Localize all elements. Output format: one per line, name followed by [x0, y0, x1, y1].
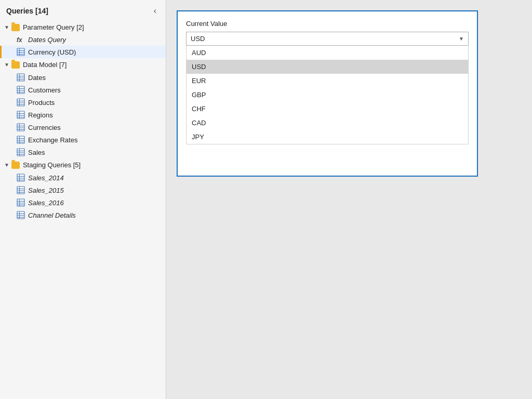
item-label: Customers [28, 86, 61, 94]
sidebar-item-2-0[interactable]: Sales_2014 [0, 171, 166, 184]
sidebar-item-0-1[interactable]: Currency (USD) [0, 46, 166, 58]
item-label: Sales_2015 [28, 187, 64, 194]
sidebar-item-1-2[interactable]: Products [0, 96, 166, 109]
item-label: Currencies [28, 124, 61, 131]
dropdown-option-1[interactable]: USD [187, 60, 468, 74]
sidebar-item-1-0[interactable]: Dates [0, 71, 166, 84]
sidebar-item-1-1[interactable]: Customers [0, 84, 166, 96]
sidebar-item-1-6[interactable]: Sales [0, 146, 166, 158]
dropdown-option-2[interactable]: EUR [187, 74, 468, 88]
sidebar-group-1: ▼ Data Model [7] Dates [0, 58, 166, 158]
table-icon [17, 48, 25, 56]
sidebar-item-1-4[interactable]: Currencies [0, 121, 166, 134]
group-label: Data Model [7] [23, 61, 67, 69]
group-header-0[interactable]: ▼ Parameter Query [2] [0, 21, 166, 34]
item-label: Dates Query [28, 36, 66, 44]
group-header-2[interactable]: ▼ Staging Queries [5] [0, 158, 166, 171]
item-label: Sales_2014 [28, 174, 64, 182]
table-icon [17, 211, 25, 219]
collapse-button[interactable]: ‹ [151, 5, 159, 17]
dropdown-option-5[interactable]: CAD [187, 116, 468, 130]
table-icon [17, 136, 25, 144]
folder-icon [11, 61, 20, 69]
fx-icon: fx [17, 36, 25, 44]
sidebar-item-2-2[interactable]: Sales_2016 [0, 196, 166, 209]
sidebar-item-0-0[interactable]: fx Dates Query [0, 34, 166, 46]
dropdown-option-6[interactable]: JPY [187, 130, 468, 144]
table-icon [17, 148, 25, 156]
sidebar-item-2-3[interactable]: Channel Details [0, 209, 166, 221]
arrow-icon: ▼ [4, 24, 9, 30]
table-icon [17, 111, 25, 119]
sidebar-group-0: ▼ Parameter Query [2]fx Dates Query Curr… [0, 21, 166, 58]
folder-icon [11, 162, 20, 169]
currency-select[interactable]: USD ▼ [186, 32, 469, 46]
sidebar-group-2: ▼ Staging Queries [5] Sales_2014 [0, 158, 166, 221]
sidebar-header: Queries [14] ‹ [0, 0, 166, 21]
main-content: Current Value USD ▼ AUDUSDEURGBPCHFCADJP… [166, 0, 532, 399]
table-icon [17, 73, 25, 82]
dropdown-arrow-icon: ▼ [459, 36, 464, 42]
item-label: Currency (USD) [28, 48, 76, 56]
item-label: Sales [28, 149, 45, 156]
sidebar-item-1-3[interactable]: Regions [0, 109, 166, 121]
selected-value: USD [191, 35, 459, 43]
sidebar-item-1-5[interactable]: Exchange Rates [0, 134, 166, 146]
folder-icon [11, 24, 20, 31]
item-label: Products [28, 99, 55, 107]
group-label: Staging Queries [5] [23, 161, 81, 169]
sidebar-groups: ▼ Parameter Query [2]fx Dates Query Curr… [0, 21, 166, 221]
group-label: Parameter Query [2] [23, 23, 84, 31]
dropdown-panel: Current Value USD ▼ AUDUSDEURGBPCHFCADJP… [177, 10, 478, 177]
table-icon [17, 186, 25, 194]
sidebar-item-2-1[interactable]: Sales_2015 [0, 184, 166, 196]
arrow-icon: ▼ [4, 162, 9, 168]
table-icon [17, 98, 25, 107]
item-label: Sales_2016 [28, 199, 64, 207]
dropdown-option-3[interactable]: GBP [187, 88, 468, 102]
queries-title: Queries [14] [6, 7, 48, 15]
dropdown-option-4[interactable]: CHF [187, 102, 468, 116]
table-icon [17, 198, 25, 207]
sidebar: Queries [14] ‹ ▼ Parameter Query [2]fx D… [0, 0, 166, 399]
item-label: Regions [28, 111, 53, 119]
table-icon [17, 86, 25, 94]
item-label: Dates [28, 74, 46, 82]
currency-dropdown-list: AUDUSDEURGBPCHFCADJPY [186, 46, 469, 144]
group-header-1[interactable]: ▼ Data Model [7] [0, 58, 166, 71]
table-icon [17, 174, 25, 182]
table-icon [17, 123, 25, 131]
item-label: Exchange Rates [28, 136, 77, 144]
item-label: Channel Details [28, 211, 76, 219]
panel-label: Current Value [186, 20, 469, 28]
dropdown-option-0[interactable]: AUD [187, 46, 468, 60]
arrow-icon: ▼ [4, 62, 9, 68]
